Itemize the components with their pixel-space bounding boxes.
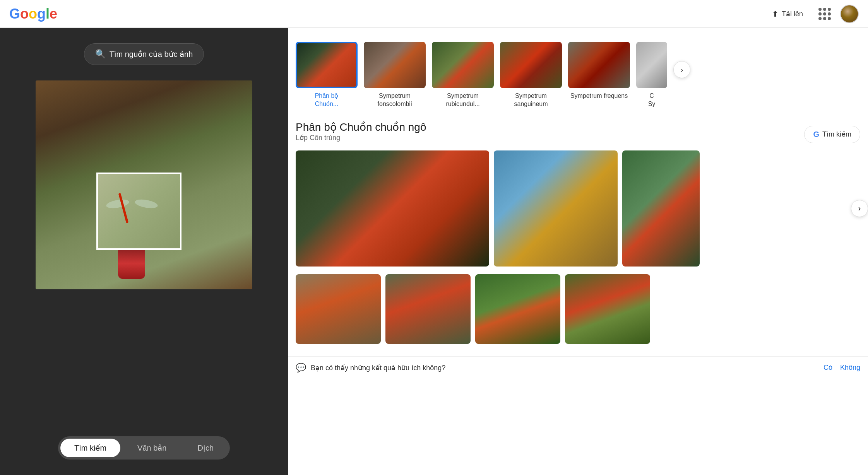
feedback-yes-button[interactable]: Có	[823, 364, 832, 372]
logo-g2: g	[37, 6, 46, 22]
strip-next-button[interactable]: ›	[673, 61, 690, 78]
g-search-icon: G	[813, 130, 819, 139]
related-thumb-3	[432, 42, 494, 88]
logo-e: e	[50, 6, 57, 22]
related-strip: Phân bộChuón... Sympetrum fonscolombii S…	[288, 36, 868, 114]
feedback-text: Bạn có thấy những kết quả hữu ích không?	[311, 364, 445, 372]
lens-icon: 🔍	[95, 49, 106, 59]
avatar-image	[841, 5, 858, 22]
selection-box[interactable]	[96, 173, 181, 250]
selected-region-bg	[98, 174, 180, 248]
related-thumb-1	[296, 42, 358, 88]
related-label-5: Sympetrum frequens	[570, 92, 628, 100]
apps-grid-icon	[818, 8, 831, 20]
related-thumb-4	[500, 42, 562, 88]
upload-icon: ⬆	[772, 9, 779, 19]
related-thumb-2	[364, 42, 426, 88]
left-panel: 🔍 Tìm nguồn của bức ảnh	[0, 28, 288, 475]
related-label-1: Phân bộChuón...	[315, 92, 339, 108]
result-subtitle: Lớp Côn trùng	[296, 133, 426, 142]
related-label-2: Sympetrum fonscolombii	[364, 92, 426, 108]
wing-right	[134, 198, 159, 210]
result-search-button[interactable]: G Tìm kiếm	[804, 126, 860, 143]
right-panel[interactable]: Phân bộChuón... Sympetrum fonscolombii S…	[288, 28, 868, 475]
tab-search[interactable]: Tìm kiếm	[60, 439, 120, 457]
tab-text[interactable]: Văn bản	[123, 439, 180, 457]
apps-button[interactable]	[817, 6, 832, 22]
small-image-4[interactable]	[565, 274, 650, 344]
large-image-grid: ›	[296, 150, 860, 267]
logo-g: G	[9, 6, 20, 22]
result-title-row: Phân bộ Chuồn chuồn ngô Lớp Côn trùng G …	[296, 121, 860, 148]
header: Google ⬆ Tải lên	[0, 0, 868, 28]
avatar[interactable]	[840, 5, 859, 23]
tab-translate[interactable]: Dịch	[183, 439, 228, 457]
google-logo[interactable]: Google	[9, 6, 57, 22]
large-image-2[interactable]	[494, 150, 618, 267]
main-image	[36, 80, 252, 289]
canister	[118, 248, 145, 279]
small-image-3[interactable]	[475, 274, 560, 344]
result-title-block: Phân bộ Chuồn chuồn ngô Lớp Côn trùng	[296, 121, 426, 148]
related-item-2[interactable]: Sympetrum fonscolombii	[364, 42, 426, 108]
related-item-3[interactable]: Sympetrum rubicundul...	[432, 42, 494, 108]
feedback-question: 💬 Bạn có thấy những kết quả hữu ích khôn…	[296, 363, 445, 373]
search-source-label: Tìm nguồn của bức ảnh	[110, 50, 193, 59]
logo-o1: o	[20, 6, 29, 22]
search-source-button[interactable]: 🔍 Tìm nguồn của bức ảnh	[84, 43, 204, 65]
dragonfly-body	[118, 193, 129, 223]
main-layout: 🔍 Tìm nguồn của bức ảnh	[0, 28, 868, 475]
related-label-4: Sympetrum sanguineum	[500, 92, 562, 108]
related-label-6: CSy	[648, 92, 656, 108]
related-label-3: Sympetrum rubicundul...	[432, 92, 494, 108]
dragonfly-background	[36, 80, 252, 289]
large-image-1[interactable]	[296, 150, 489, 267]
logo-l: l	[46, 6, 50, 22]
large-image-3[interactable]	[622, 150, 700, 267]
upload-label: Tải lên	[782, 10, 803, 18]
result-title: Phân bộ Chuồn chuồn ngô	[296, 121, 426, 133]
small-image-grid	[296, 274, 860, 344]
small-image-2[interactable]	[385, 274, 471, 344]
related-item-5[interactable]: Sympetrum frequens	[568, 42, 630, 100]
feedback-no-button[interactable]: Không	[840, 364, 860, 372]
header-right: ⬆ Tải lên	[766, 5, 859, 23]
related-item-1[interactable]: Phân bộChuón...	[296, 42, 358, 108]
related-thumb-5	[568, 42, 630, 88]
related-item-4[interactable]: Sympetrum sanguineum	[500, 42, 562, 108]
upload-button[interactable]: ⬆ Tải lên	[766, 6, 809, 22]
main-image-container	[36, 80, 252, 289]
header-left: Google	[9, 6, 57, 22]
feedback-icon: 💬	[296, 363, 306, 373]
small-image-1[interactable]	[296, 274, 381, 344]
feedback-actions: Có Không	[823, 364, 860, 372]
wing-left	[106, 198, 130, 210]
related-thumb-6	[636, 42, 667, 88]
tab-bar: Tìm kiếm Văn bản Dịch	[58, 436, 230, 460]
feedback-bar: 💬 Bạn có thấy những kết quả hữu ích khôn…	[288, 356, 868, 379]
result-section: Phân bộ Chuồn chuồn ngô Lớp Côn trùng G …	[288, 114, 868, 356]
related-item-6[interactable]: CSy	[636, 42, 667, 108]
search-btn-label: Tìm kiếm	[822, 130, 851, 138]
grid-next-button[interactable]: ›	[851, 200, 868, 217]
logo-o2: o	[29, 6, 37, 22]
